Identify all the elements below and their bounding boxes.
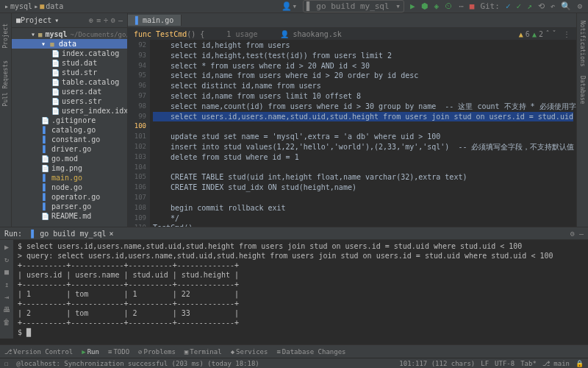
chevron-down-icon[interactable]: ˇ bbox=[552, 30, 556, 38]
select-opened-icon[interactable]: ⊕ bbox=[89, 16, 93, 24]
encoding[interactable]: UTF-8 bbox=[495, 360, 514, 367]
indent[interactable]: Tab* bbox=[520, 360, 537, 367]
tw-todo[interactable]: ≡ TODO bbox=[108, 348, 129, 355]
editor-crumb: func TestCmd() { 1 usage 👤 shaokang.sk ▲… bbox=[128, 28, 576, 40]
tree-file[interactable]: ▋main.go bbox=[12, 173, 127, 183]
editor: ▋main.go func TestCmd() { 1 usage 👤 shao… bbox=[128, 13, 576, 227]
git-update-icon[interactable]: ✓ bbox=[506, 1, 511, 11]
tree-file[interactable]: 📄stud.dat bbox=[12, 58, 127, 68]
tool-notifications[interactable]: Notifications bbox=[579, 21, 586, 67]
tree-file[interactable]: ▋operator.go bbox=[12, 192, 127, 202]
tree-file[interactable]: 📄go.mod bbox=[12, 154, 127, 163]
func-name[interactable]: func TestCmd bbox=[134, 30, 187, 38]
tree-file[interactable]: 📄users.str bbox=[12, 96, 127, 106]
user-icon[interactable]: 👤▾ bbox=[282, 1, 297, 11]
tree-file[interactable]: 📄.gitignore bbox=[12, 116, 127, 125]
up-icon[interactable]: ↥ bbox=[4, 280, 9, 289]
run-output[interactable]: $ select users.id,users.name,stud.uid,st… bbox=[13, 240, 588, 339]
caret-pos[interactable]: 101:117 (112 chars) bbox=[399, 360, 475, 367]
author-hint[interactable]: 👤 shaokang.sk bbox=[280, 30, 342, 38]
close-icon[interactable]: × bbox=[110, 230, 114, 238]
run-config-name: go build my_sql bbox=[40, 230, 106, 238]
editor-tabs: ▋main.go bbox=[128, 13, 576, 28]
attach-icon[interactable]: ⋯ bbox=[459, 1, 464, 11]
lock-icon[interactable]: 🔒 bbox=[576, 360, 584, 367]
breadcrumb-root[interactable]: mysql bbox=[10, 2, 32, 10]
hide-icon[interactable]: — bbox=[579, 230, 584, 238]
weak-warn-icon[interactable]: ▲ bbox=[532, 30, 537, 38]
chevron-up-icon[interactable]: ˆ bbox=[545, 30, 550, 38]
tree-file[interactable]: ▋catalog.go bbox=[12, 125, 127, 135]
tree-file[interactable]: ▋node.go bbox=[12, 183, 127, 192]
toolbar: 👤▾ ▋ go build my_sql ▾ ▶ ⬢ ◈ ⏲ ⋯ ■ Git: … bbox=[282, 0, 584, 13]
sidebar-header: ■ Project ▾ ⊕ ≡ ÷ ⚙ — bbox=[12, 13, 127, 28]
tree-file[interactable]: 📄table.catalog bbox=[12, 77, 127, 87]
coverage-icon[interactable]: ◈ bbox=[434, 1, 440, 11]
collapse-icon[interactable]: ÷ bbox=[104, 16, 108, 24]
code-area[interactable]: 9293949596979899100101102103104105106107… bbox=[128, 40, 576, 227]
hide-icon[interactable]: — bbox=[118, 16, 123, 24]
tw-terminal[interactable]: ▣ Terminal bbox=[184, 348, 222, 355]
tool-window-bar: ⎇ Version Control ▶ Run ≡ TODO ⊘ Problem… bbox=[0, 344, 588, 358]
more-icon[interactable]: ⋮ bbox=[563, 30, 570, 38]
tree-file[interactable]: 📄stud.str bbox=[12, 68, 127, 77]
tree-file[interactable]: 📄README.md bbox=[12, 211, 127, 221]
gutter: 9293949596979899100101102103104105106107… bbox=[128, 40, 150, 227]
git-rollback-icon[interactable]: ↶ bbox=[551, 1, 556, 11]
tree-file[interactable]: ▋constant.go bbox=[12, 135, 127, 144]
tw-services[interactable]: ◆ Services bbox=[231, 348, 268, 355]
expand-icon[interactable]: ≡ bbox=[96, 16, 101, 24]
run-header: Run: ▋ go build my_sql × ⚙ — bbox=[0, 227, 588, 240]
print-icon[interactable]: 🖶 bbox=[3, 305, 10, 314]
trash-icon[interactable]: 🗑 bbox=[3, 318, 10, 326]
run-panel: Run: ▋ go build my_sql × ⚙ — ▶ ↻ ■ ↥ ⇥ 🖶… bbox=[0, 227, 588, 339]
git-push-icon[interactable]: ↗ bbox=[527, 1, 532, 11]
stop-icon[interactable]: ■ bbox=[470, 1, 475, 11]
gear-icon[interactable]: ⚙ bbox=[570, 230, 575, 238]
breadcrumb-bar: ▸ mysql ▸ ■ data 👤▾ ▋ go build my_sql ▾ … bbox=[0, 0, 588, 13]
tree-file[interactable]: 📄users.dat bbox=[12, 87, 127, 96]
line-sep[interactable]: LF bbox=[481, 360, 489, 367]
git-label: Git: bbox=[480, 1, 500, 11]
left-tool-strip: Project Pull Requests bbox=[0, 13, 12, 227]
profile-icon[interactable]: ⏲ bbox=[445, 1, 453, 11]
git-commit-icon[interactable]: ✓ bbox=[517, 1, 522, 11]
tw-run[interactable]: ▶ Run bbox=[82, 348, 99, 355]
tab-main-go[interactable]: ▋main.go bbox=[128, 15, 182, 26]
code-lines[interactable]: select id,height from users select id,he… bbox=[150, 40, 576, 227]
search-icon[interactable]: 🔍 bbox=[561, 1, 571, 11]
project-tree: ▾■mysql ~/Documents/go/mysql ▾■data 📄ind… bbox=[12, 28, 127, 222]
warn-icon[interactable]: ▲ bbox=[519, 30, 523, 38]
restart-icon[interactable]: ↻ bbox=[4, 255, 9, 263]
tree-file[interactable]: ▋driver.go bbox=[12, 144, 127, 154]
git-history-icon[interactable]: ⟲ bbox=[538, 1, 545, 11]
run-icon[interactable]: ▶ bbox=[410, 1, 415, 11]
usage-hint[interactable]: 1 usage bbox=[226, 30, 257, 38]
tree-root[interactable]: ▾■mysql ~/Documents/go/mysql bbox=[12, 29, 127, 39]
tool-database[interactable]: Database bbox=[579, 76, 586, 105]
status-bar: ☐ @localhost: Synchronization successful… bbox=[0, 358, 588, 368]
folder-icon: ■ bbox=[40, 2, 44, 10]
wraptext-icon[interactable]: ⇥ bbox=[4, 293, 9, 301]
tree-file[interactable]: 📄users_index.idx bbox=[12, 106, 127, 116]
gear-icon[interactable]: ⚙ bbox=[111, 16, 115, 24]
rerun-icon[interactable]: ▶ bbox=[4, 243, 9, 251]
breadcrumb-leaf[interactable]: data bbox=[46, 2, 63, 10]
stop-icon[interactable]: ■ bbox=[4, 268, 9, 276]
tool-project[interactable]: Project bbox=[2, 24, 9, 49]
tree-file[interactable]: ▋parser.go bbox=[12, 202, 127, 211]
sync-msg: @localhost: Synchronization successful (… bbox=[16, 360, 259, 367]
git-branch[interactable]: ⎇ main bbox=[542, 360, 570, 367]
tw-db-changes[interactable]: ≡ Database Changes bbox=[276, 348, 345, 355]
tree-file[interactable]: 📄img.png bbox=[12, 163, 127, 173]
tool-pull-requests[interactable]: Pull Requests bbox=[2, 60, 9, 107]
tree-file[interactable]: 📄index.catalog bbox=[12, 49, 127, 58]
project-sidebar: ■ Project ▾ ⊕ ≡ ÷ ⚙ — ▾■mysql ~/Document… bbox=[12, 13, 128, 227]
settings-icon[interactable]: ⚙ bbox=[577, 1, 582, 11]
debug-icon[interactable]: ⬢ bbox=[421, 1, 429, 11]
tw-version-control[interactable]: ⎇ Version Control bbox=[4, 348, 73, 355]
run-config-select[interactable]: ▋ go build my_sql ▾ bbox=[303, 0, 404, 13]
tw-problems[interactable]: ⊘ Problems bbox=[138, 348, 176, 355]
run-side-icons: ▶ ↻ ■ ↥ ⇥ 🖶 🗑 bbox=[0, 240, 13, 339]
tree-folder-data[interactable]: ▾■data bbox=[12, 39, 127, 49]
